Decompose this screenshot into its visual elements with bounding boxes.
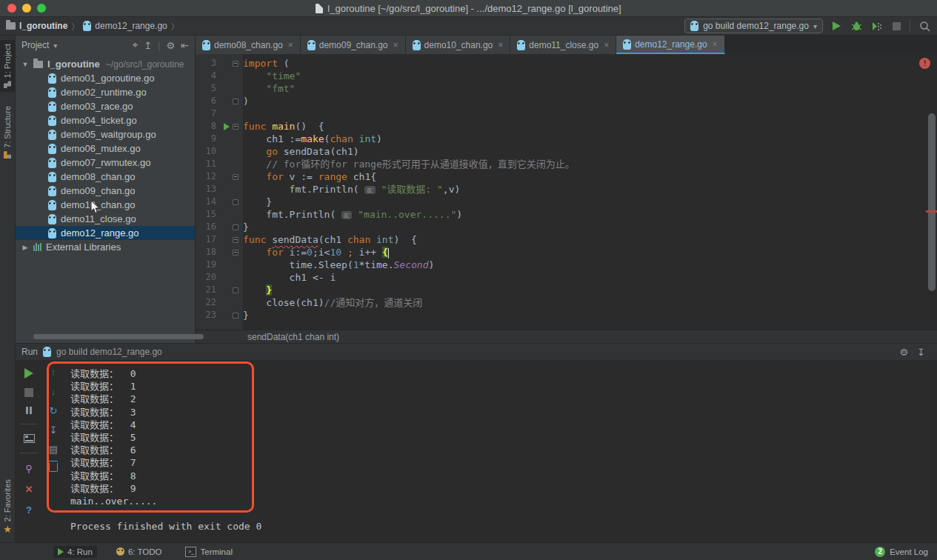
print-console-button[interactable]: ▤ bbox=[49, 444, 58, 455]
project-file-row[interactable]: demo01_goroutine.go bbox=[16, 71, 195, 85]
collapse-all-icon[interactable]: ↥ bbox=[144, 40, 152, 51]
project-file-row[interactable]: demo08_chan.go bbox=[16, 170, 195, 184]
project-tree[interactable]: ▼ l_goroutine ~/go/src/l_goroutine demo0… bbox=[16, 55, 195, 343]
breadcrumb-project[interactable]: l_goroutine bbox=[19, 21, 67, 31]
search-everywhere-button[interactable] bbox=[918, 19, 931, 33]
project-file-row[interactable]: demo12_range.go bbox=[16, 226, 195, 240]
project-file-row[interactable]: demo09_chan.go bbox=[16, 184, 195, 198]
close-tab-icon[interactable]: × bbox=[288, 40, 293, 50]
statusbar-terminal-button[interactable]: >_ Terminal bbox=[181, 545, 236, 559]
editor-vertical-scrollbar[interactable] bbox=[928, 113, 936, 291]
run-toolbar: go build demo12_range.go ▾ bbox=[684, 19, 931, 33]
statusbar-todo-button[interactable]: 6: TODO bbox=[112, 546, 167, 558]
project-root-row[interactable]: ▼ l_goroutine ~/go/src/l_goroutine bbox=[16, 57, 195, 71]
project-file-row[interactable]: demo03_race.go bbox=[16, 99, 195, 113]
close-tab-icon[interactable]: × bbox=[393, 40, 399, 50]
editor-tab[interactable]: demo10_chan.go× bbox=[406, 36, 511, 54]
fold-marker-icon[interactable] bbox=[233, 224, 239, 230]
close-window-button[interactable] bbox=[7, 4, 16, 13]
traffic-lights bbox=[7, 4, 46, 13]
external-libraries-row[interactable]: ▶ External Libraries bbox=[16, 240, 195, 254]
project-file-row[interactable]: demo06_mutex.go bbox=[16, 141, 195, 156]
statusbar-run-button[interactable]: 4: Run bbox=[53, 546, 97, 558]
run-config-name: go build demo12_range.go bbox=[56, 347, 162, 357]
run-main-gutter-icon[interactable] bbox=[224, 123, 230, 130]
code-editor[interactable]: ! 3import (4 "time"5 "fmt"6)78func main(… bbox=[196, 54, 937, 330]
gear-icon[interactable]: ⚙ bbox=[166, 40, 175, 51]
run-toolwindow-header: Run go build demo12_range.go ⚙ ↧ bbox=[16, 344, 937, 361]
gutter-icons bbox=[216, 107, 241, 120]
project-file-row[interactable]: demo04_ticket.go bbox=[16, 113, 195, 127]
scroll-to-end-button[interactable]: ↧ bbox=[50, 424, 58, 436]
hide-toolwindow-icon[interactable]: ↧ bbox=[917, 347, 925, 358]
statusbar-run-label: 4: Run bbox=[67, 547, 93, 556]
errors-badge-icon[interactable]: ! bbox=[919, 58, 930, 69]
console-output[interactable]: 读取数据： 0读取数据： 1读取数据： 2读取数据： 3读取数据： 4读取数据：… bbox=[64, 361, 937, 542]
line-number: 5 bbox=[196, 82, 216, 95]
soft-wrap-button[interactable]: ↻ bbox=[50, 405, 58, 416]
window-title-wrap: l_goroutine [~/go/src/l_goroutine] - ...… bbox=[0, 3, 937, 14]
editor-tab[interactable]: demo12_range.go× bbox=[616, 36, 724, 54]
prev-occurrence-button[interactable]: ↑ bbox=[51, 367, 56, 378]
help-button[interactable]: ? bbox=[26, 504, 32, 516]
fold-marker-icon[interactable] bbox=[233, 250, 239, 256]
project-file-row[interactable]: demo05_waitgroup.go bbox=[16, 127, 195, 141]
code-line: 13 fmt.Println( a: "读取数据: ",v) bbox=[196, 183, 937, 196]
go-file-icon bbox=[48, 116, 56, 126]
fold-marker-icon[interactable] bbox=[233, 313, 239, 319]
todo-icon bbox=[116, 547, 124, 556]
code-text: for v := range ch1{ bbox=[241, 170, 376, 183]
fold-marker-icon[interactable] bbox=[233, 99, 239, 104]
collapse-arrow-icon[interactable]: ▼ bbox=[21, 61, 29, 68]
fold-marker-icon[interactable] bbox=[233, 124, 239, 130]
toolwindow-structure-label: 7: Structure bbox=[3, 106, 12, 148]
run-with-coverage-button[interactable] bbox=[870, 19, 883, 33]
restore-layout-button[interactable] bbox=[24, 434, 35, 443]
close-tab-icon[interactable]: × bbox=[604, 40, 609, 50]
project-horizontal-scrollbar[interactable] bbox=[33, 334, 204, 339]
toolwindow-structure-button[interactable]: 7: Structure bbox=[3, 102, 12, 162]
editor-tab[interactable]: demo09_chan.go× bbox=[301, 36, 406, 54]
editor-tab[interactable]: demo11_close.go× bbox=[510, 36, 616, 54]
fold-marker-icon[interactable] bbox=[233, 174, 239, 180]
minimize-window-button[interactable] bbox=[22, 4, 31, 13]
fold-marker-icon[interactable] bbox=[233, 199, 239, 205]
stop-process-button[interactable] bbox=[24, 388, 33, 397]
error-stripe-mark[interactable] bbox=[926, 210, 937, 213]
locate-file-icon[interactable]: ⌖ bbox=[133, 39, 138, 51]
gear-icon[interactable]: ⚙ bbox=[899, 347, 908, 358]
zoom-window-button[interactable] bbox=[37, 4, 46, 13]
project-file-row[interactable]: demo10_chan.go bbox=[16, 198, 195, 212]
close-toolwindow-button[interactable]: ✕ bbox=[25, 484, 33, 495]
close-tab-icon[interactable]: × bbox=[498, 40, 503, 50]
pin-tab-button[interactable]: ⚲ bbox=[25, 463, 33, 474]
console-line: 读取数据： 7 bbox=[70, 456, 937, 469]
fold-marker-icon[interactable] bbox=[233, 237, 239, 243]
breadcrumb-file[interactable]: demo12_range.go bbox=[95, 21, 167, 31]
editor-breadcrumb[interactable]: sendData(ch1 chan int) bbox=[247, 332, 339, 342]
close-tab-icon[interactable]: × bbox=[713, 39, 718, 50]
event-log-button[interactable]: 2 Event Log bbox=[875, 547, 928, 557]
project-file-row[interactable]: demo07_rwmutex.go bbox=[16, 156, 195, 170]
hide-panel-icon[interactable]: ⇤ bbox=[181, 40, 189, 51]
expand-arrow-icon[interactable]: ▶ bbox=[21, 244, 29, 251]
run-tab-label[interactable]: Run bbox=[21, 347, 38, 357]
project-file-name: demo12_range.go bbox=[61, 227, 139, 239]
project-view-select[interactable]: Project ▾ bbox=[21, 40, 57, 50]
fold-marker-icon[interactable] bbox=[233, 287, 239, 293]
toolwindow-project-button[interactable]: 1: Project bbox=[0, 40, 15, 92]
pause-output-button[interactable] bbox=[26, 407, 32, 414]
editor-tab[interactable]: demo08_chan.go× bbox=[196, 36, 301, 54]
rerun-button[interactable] bbox=[24, 368, 33, 379]
next-occurrence-button[interactable]: ↓ bbox=[51, 386, 56, 397]
project-file-row[interactable]: demo02_runtime.go bbox=[16, 85, 195, 99]
run-config-select[interactable]: go build demo12_range.go ▾ bbox=[684, 19, 823, 33]
toolwindow-favorites-button[interactable]: 2: Favorites ★ bbox=[3, 476, 12, 542]
stop-button[interactable] bbox=[890, 19, 903, 33]
clear-console-button[interactable] bbox=[49, 463, 58, 472]
debug-button[interactable] bbox=[850, 19, 863, 33]
statusbar-terminal-label: Terminal bbox=[200, 547, 232, 556]
fold-marker-icon[interactable] bbox=[233, 61, 239, 67]
run-button[interactable] bbox=[830, 19, 843, 33]
project-file-row[interactable]: demo11_close.go bbox=[16, 212, 195, 226]
